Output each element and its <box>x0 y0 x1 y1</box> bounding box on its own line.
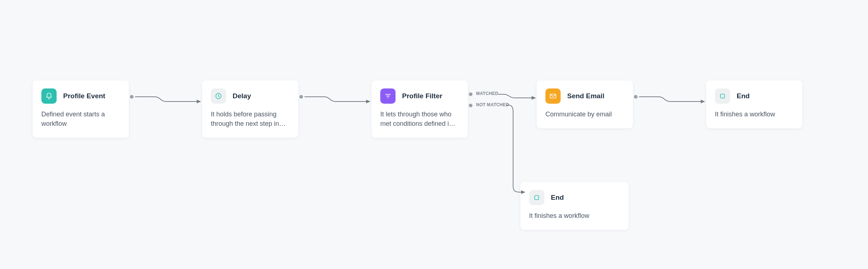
filter-icon <box>380 88 396 104</box>
node-title: Delay <box>233 92 251 100</box>
node-title: End <box>737 92 750 100</box>
node-profile-filter[interactable]: Profile Filter It lets through those who… <box>372 80 468 138</box>
svg-rect-3 <box>535 196 539 200</box>
output-port-not-matched[interactable] <box>469 104 472 107</box>
node-title: Send Email <box>567 92 604 100</box>
svg-marker-5 <box>366 100 370 103</box>
node-desc: Communicate by email <box>545 109 624 119</box>
svg-marker-6 <box>532 96 536 100</box>
node-desc: It finishes a workflow <box>715 109 794 119</box>
svg-marker-4 <box>197 100 201 103</box>
connector <box>135 91 204 109</box>
stop-icon <box>715 88 730 104</box>
output-port[interactable] <box>634 95 638 99</box>
mail-icon <box>545 88 561 104</box>
output-port[interactable] <box>130 95 134 99</box>
node-title: End <box>551 194 564 202</box>
port-label-matched: MATCHED <box>476 91 498 96</box>
node-desc: It holds before passing through the next… <box>211 109 290 128</box>
node-end-bottom[interactable]: End It finishes a workflow <box>520 182 629 230</box>
workflow-canvas[interactable]: Profile Event Defined event starts a wor… <box>0 0 868 269</box>
connector-matched <box>498 90 539 104</box>
node-profile-event[interactable]: Profile Event Defined event starts a wor… <box>33 80 129 138</box>
connector <box>639 91 708 109</box>
node-desc: It finishes a workflow <box>529 211 620 220</box>
node-desc: It lets through those who met conditions… <box>380 109 459 128</box>
node-send-email[interactable]: Send Email Communicate by email <box>537 80 633 128</box>
node-title: Profile Event <box>63 92 105 100</box>
clock-icon <box>211 88 226 104</box>
stop-icon <box>529 190 544 205</box>
connector-not-matched <box>507 103 528 197</box>
node-title: Profile Filter <box>402 92 442 100</box>
svg-rect-2 <box>721 94 725 98</box>
connector <box>304 91 373 109</box>
output-port-matched[interactable] <box>469 92 472 96</box>
svg-marker-8 <box>701 100 705 103</box>
output-port[interactable] <box>299 95 303 99</box>
node-desc: Defined event starts a workflow <box>41 109 120 128</box>
svg-marker-7 <box>521 190 525 194</box>
bell-icon <box>41 88 57 104</box>
node-delay[interactable]: Delay It holds before passing through th… <box>202 80 298 138</box>
node-end-top[interactable]: End It finishes a workflow <box>706 80 802 128</box>
